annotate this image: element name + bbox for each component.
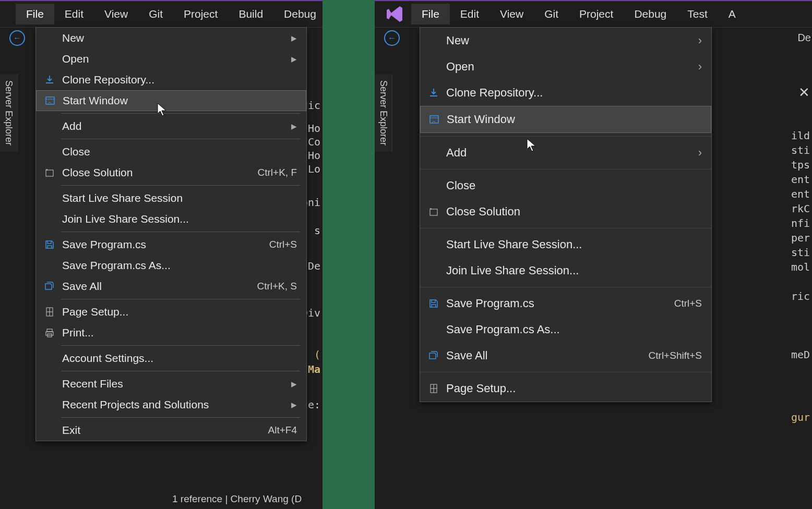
menu-add[interactable]: Add▸ (36, 116, 306, 137)
menu-save-as[interactable]: Save Program.cs As... (36, 255, 306, 276)
menu-start-live-share[interactable]: Start Live Share Session... (420, 232, 711, 258)
menu-git[interactable]: Git (534, 4, 569, 25)
close-solution-icon (424, 205, 443, 218)
download-icon (40, 74, 59, 86)
menu-close[interactable]: Close (420, 173, 711, 199)
vs-window-left: PRE File Edit View Git Project Build Deb… (0, 0, 323, 509)
menu-account-settings[interactable]: Account Settings... (36, 348, 306, 369)
svg-rect-8 (430, 116, 438, 123)
status-references: 1 reference | Cherry Wang (D (172, 489, 302, 509)
menu-open[interactable]: Open▸ (36, 49, 306, 69)
code-fragment: ric (789, 287, 812, 306)
file-menu-dropdown: New› Open› Clone Repository... Start Win… (420, 27, 712, 402)
menu-close[interactable]: Close (36, 141, 306, 162)
menu-start-live-share[interactable]: Start Live Share Session (36, 188, 306, 209)
close-solution-icon (40, 166, 59, 179)
menu-page-setup[interactable]: Page Setup... (420, 375, 711, 402)
svg-rect-5 (47, 329, 52, 332)
menu-save-as[interactable]: Save Program.cs As... (420, 317, 711, 343)
vs-window-right: File Edit View Git Project Debug Test A … (375, 0, 812, 509)
window-home-icon (425, 113, 444, 126)
menu-save-all[interactable]: Save AllCtrl+K, S (36, 276, 306, 297)
chevron-right-icon: ▸ (291, 398, 297, 411)
menubar: PRE File Edit View Git Project Build Deb… (0, 1, 323, 27)
menu-start-window[interactable]: Start Window (420, 106, 711, 133)
code-fragment: mol (789, 258, 812, 276)
menu-debug[interactable]: Debug (624, 4, 677, 25)
chevron-right-icon: ▸ (291, 53, 297, 65)
code-fragment: s (312, 221, 323, 240)
code-fragment: meD (789, 345, 812, 364)
menu-edit[interactable]: Edit (450, 4, 489, 25)
chevron-right-icon: › (698, 146, 702, 160)
menu-clone[interactable]: Clone Repository... (36, 69, 306, 90)
menu-file[interactable]: File (16, 4, 54, 25)
menubar: File Edit View Git Project Debug Test A (375, 1, 812, 27)
back-icon[interactable]: ← (384, 30, 400, 46)
server-explorer-tab[interactable]: Server Explorer (375, 74, 392, 152)
page-setup-icon (424, 382, 443, 395)
menu-join-live-share[interactable]: Join Live Share Session... (36, 209, 306, 229)
code-fragment: Lo (306, 160, 323, 178)
code-fragment: De (306, 257, 323, 275)
chevron-right-icon: ▸ (291, 32, 297, 44)
save-icon (40, 238, 59, 251)
menu-view[interactable]: View (94, 4, 138, 25)
menu-build[interactable]: Build (228, 4, 273, 25)
menu-join-live-share[interactable]: Join Live Share Session... (420, 258, 711, 284)
menu-add[interactable]: Add› (420, 140, 711, 166)
chevron-right-icon: › (698, 60, 702, 74)
back-icon[interactable]: ← (9, 30, 25, 46)
save-all-icon (424, 349, 443, 362)
menu-save-all[interactable]: Save AllCtrl+Shift+S (420, 343, 711, 369)
menu-open[interactable]: Open› (420, 54, 711, 80)
page-setup-icon (40, 306, 59, 318)
menu-view[interactable]: View (489, 4, 534, 25)
menu-project[interactable]: Project (569, 4, 624, 25)
save-all-icon (40, 280, 59, 293)
close-icon[interactable]: ✕ (798, 84, 810, 101)
menu-new[interactable]: New› (420, 28, 711, 54)
menu-save[interactable]: Save Program.csCtrl+S (420, 290, 711, 317)
svg-rect-3 (46, 170, 53, 176)
menu-new[interactable]: New▸ (36, 28, 306, 49)
menu-save[interactable]: Save Program.csCtrl+S (36, 234, 306, 255)
menu-test[interactable]: Test (677, 4, 718, 25)
svg-rect-9 (430, 209, 437, 215)
menu-project[interactable]: Project (173, 4, 228, 25)
menu-page-setup[interactable]: Page Setup... (36, 301, 306, 322)
code-fragment: Ma (306, 360, 323, 379)
code-fragment: gur (789, 408, 812, 427)
download-icon (424, 87, 443, 99)
menu-analyze[interactable]: A (718, 4, 746, 25)
menu-close-solution[interactable]: Close SolutionCtrl+K, F (36, 162, 306, 183)
save-icon (424, 297, 443, 310)
chevron-right-icon: ▸ (291, 378, 297, 390)
svg-rect-2 (46, 97, 54, 104)
menu-file[interactable]: File (411, 4, 450, 25)
vs-logo-icon (384, 4, 405, 25)
menu-start-window[interactable]: Start Window (36, 90, 306, 111)
file-menu-dropdown: New▸ Open▸ Clone Repository... Start Win… (35, 27, 307, 441)
menu-edit[interactable]: Edit (54, 4, 94, 25)
menu-recent-files[interactable]: Recent Files▸ (36, 373, 306, 394)
menu-git[interactable]: Git (138, 4, 173, 25)
menu-recent-projects[interactable]: Recent Projects and Solutions▸ (36, 394, 306, 415)
server-explorer-tab[interactable]: Server Explorer (0, 74, 18, 152)
menu-debug[interactable]: Debug (273, 4, 327, 25)
toolbar-text: De (797, 32, 811, 44)
menu-clone[interactable]: Clone Repository... (420, 80, 711, 106)
window-home-icon (41, 94, 59, 107)
menu-exit[interactable]: ExitAlt+F4 (36, 420, 306, 441)
menu-close-solution[interactable]: Close Solution (420, 199, 711, 225)
menu-print[interactable]: Print... (36, 322, 306, 343)
print-icon (40, 326, 59, 339)
chevron-right-icon: › (698, 34, 702, 47)
chevron-right-icon: ▸ (291, 120, 297, 132)
